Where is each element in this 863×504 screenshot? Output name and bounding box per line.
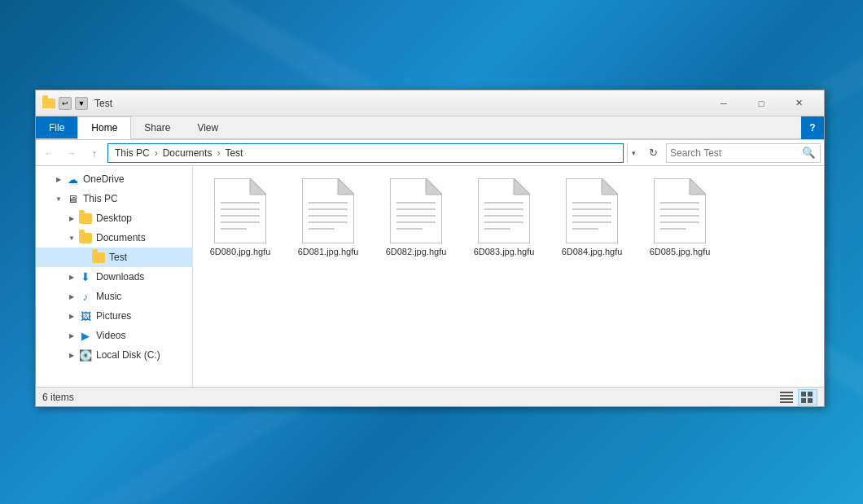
file-name-f4: 6D083.jpg.hgfu xyxy=(474,247,535,256)
sidebar-item-local-disk[interactable]: ▶ 💽 Local Disk (C:) xyxy=(36,345,192,365)
svg-marker-1 xyxy=(250,178,266,195)
file-icon-f2 xyxy=(302,178,354,243)
list-view-button[interactable] xyxy=(777,389,796,405)
svg-rect-45 xyxy=(780,401,793,403)
file-item-f6[interactable]: 6D085.jpg.hgfu xyxy=(639,173,721,262)
file-explorer-window: ↩ ▼ Test ─ □ ✕ File Home Share View ? xyxy=(35,90,825,407)
file-item-f3[interactable]: 6D082.jpg.hgfu xyxy=(375,173,457,262)
sidebar-item-downloads[interactable]: ▶ ⬇ Downloads xyxy=(36,267,192,287)
grid-view-button[interactable] xyxy=(798,389,817,405)
expand-arrow-documents: ▼ xyxy=(65,231,78,244)
svg-rect-44 xyxy=(780,398,793,400)
file-icon-f1 xyxy=(214,178,266,243)
sidebar-item-documents[interactable]: ▼ Documents xyxy=(36,228,192,248)
file-name-f6: 6D085.jpg.hgfu xyxy=(650,247,711,256)
downloads-icon: ⬇ xyxy=(78,270,93,284)
title-bar-icons: ↩ ▼ xyxy=(42,97,88,110)
tab-view[interactable]: View xyxy=(184,116,232,138)
search-box[interactable]: 🔍 xyxy=(666,143,821,163)
svg-marker-36 xyxy=(690,178,706,195)
expand-arrow-downloads: ▶ xyxy=(65,270,78,283)
maximize-button[interactable]: □ xyxy=(743,90,780,116)
address-path[interactable]: This PC › Documents › Test xyxy=(107,143,624,163)
search-input[interactable] xyxy=(670,147,800,159)
close-button[interactable]: ✕ xyxy=(780,90,817,116)
sidebar: ▶ ☁ OneDrive ▼ 🖥 This PC ▶ Desktop ▼ xyxy=(36,166,193,387)
sidebar-label-downloads: Downloads xyxy=(96,271,144,283)
path-dropdown[interactable]: ▾ xyxy=(627,143,640,163)
file-item-f5[interactable]: 6D084.jpg.hgfu xyxy=(551,173,633,262)
back-button[interactable]: ← xyxy=(39,143,59,163)
path-segment-test[interactable]: Test xyxy=(221,146,246,160)
documents-folder-icon xyxy=(78,230,93,245)
svg-rect-46 xyxy=(801,392,806,397)
document-svg xyxy=(566,178,618,243)
title-bar: ↩ ▼ Test ─ □ ✕ xyxy=(36,90,824,116)
file-name-f3: 6D082.jpg.hgfu xyxy=(386,247,447,256)
disk-icon: 💽 xyxy=(78,348,93,362)
sidebar-item-onedrive[interactable]: ▶ ☁ OneDrive xyxy=(36,169,192,189)
quick-access-btn-2[interactable]: ▼ xyxy=(75,97,88,110)
sidebar-item-this-pc[interactable]: ▼ 🖥 This PC xyxy=(36,189,192,208)
file-item-f2[interactable]: 6D081.jpg.hgfu xyxy=(287,173,369,262)
path-segment-documents[interactable]: Documents xyxy=(160,146,216,160)
up-button[interactable]: ↑ xyxy=(85,143,104,163)
refresh-button[interactable]: ↻ xyxy=(643,143,663,163)
sidebar-label-pictures: Pictures xyxy=(96,310,131,322)
expand-arrow-videos: ▶ xyxy=(65,329,78,342)
file-area: 6D080.jpg.hgfu 6D081.jpg.hgfu xyxy=(193,166,824,387)
quick-access-btn-1[interactable]: ↩ xyxy=(59,97,72,110)
expand-arrow-this-pc: ▼ xyxy=(52,192,65,205)
list-view-icon xyxy=(780,392,793,403)
window-controls: ─ □ ✕ xyxy=(705,90,817,116)
forward-button[interactable]: → xyxy=(62,143,81,163)
file-item-f1[interactable]: 6D080.jpg.hgfu xyxy=(199,173,281,262)
music-icon: ♪ xyxy=(78,289,93,304)
path-part: This PC › Documents › Test xyxy=(112,146,246,160)
sidebar-item-videos[interactable]: ▶ ▶ Videos xyxy=(36,326,192,345)
svg-rect-42 xyxy=(780,392,793,393)
expand-arrow-onedrive: ▶ xyxy=(52,173,65,186)
onedrive-icon: ☁ xyxy=(65,172,80,186)
minimize-button[interactable]: ─ xyxy=(705,90,743,116)
svg-rect-47 xyxy=(808,392,813,397)
expand-arrow-pictures: ▶ xyxy=(65,309,78,322)
path-separator-1: › xyxy=(155,147,158,159)
ribbon-tabs: File Home Share View ? xyxy=(36,116,824,139)
sidebar-label-this-pc: This PC xyxy=(83,193,118,204)
svg-rect-43 xyxy=(780,395,793,397)
sidebar-item-test[interactable]: ▶ Test xyxy=(36,248,192,267)
sidebar-label-music: Music xyxy=(96,291,121,302)
path-segment-this-pc[interactable]: This PC xyxy=(112,146,153,160)
tab-home[interactable]: Home xyxy=(77,116,131,139)
tab-file[interactable]: File xyxy=(36,116,77,138)
file-icon-f5 xyxy=(566,178,618,243)
file-icon-f3 xyxy=(390,178,442,243)
file-icon-f6 xyxy=(654,178,706,243)
desktop-folder-icon xyxy=(78,211,93,226)
ribbon: File Home Share View ? xyxy=(36,116,824,140)
file-item-f4[interactable]: 6D083.jpg.hgfu xyxy=(463,173,545,262)
window-folder-icon xyxy=(42,99,55,108)
path-separator-2: › xyxy=(217,147,220,159)
file-name-f5: 6D084.jpg.hgfu xyxy=(562,247,623,256)
tab-share[interactable]: Share xyxy=(131,116,184,138)
sidebar-label-test: Test xyxy=(109,252,127,263)
expand-arrow-local-disk: ▶ xyxy=(65,348,78,362)
status-bar: 6 items xyxy=(36,387,824,406)
svg-marker-22 xyxy=(514,178,530,195)
file-name-f1: 6D080.jpg.hgfu xyxy=(210,247,271,256)
help-button[interactable]: ? xyxy=(801,116,824,139)
grid-view-icon xyxy=(801,392,814,403)
item-count: 6 items xyxy=(42,392,74,403)
sidebar-item-music[interactable]: ▶ ♪ Music xyxy=(36,287,192,306)
view-controls xyxy=(777,389,817,405)
sidebar-label-onedrive: OneDrive xyxy=(83,173,125,185)
expand-arrow-desktop: ▶ xyxy=(65,212,78,225)
sidebar-item-pictures[interactable]: ▶ 🖼 Pictures xyxy=(36,306,192,326)
sidebar-item-desktop[interactable]: ▶ Desktop xyxy=(36,208,192,228)
document-svg xyxy=(302,178,354,243)
sidebar-label-documents: Documents xyxy=(96,232,146,243)
svg-marker-15 xyxy=(426,178,442,195)
search-icon-button[interactable]: 🔍 xyxy=(800,145,817,161)
